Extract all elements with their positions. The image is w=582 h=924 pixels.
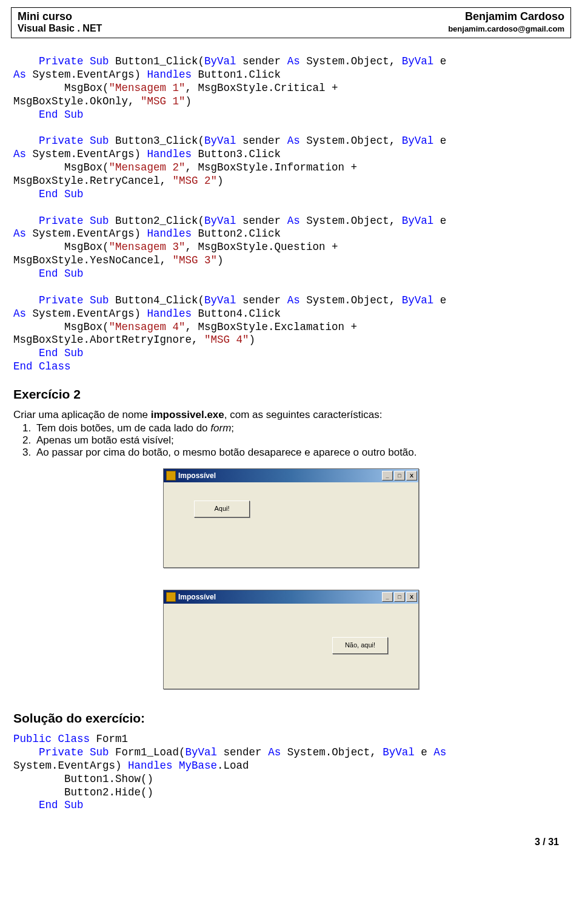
req-item-3: Ao passar por cima do botão, o mesmo bot… xyxy=(34,447,569,459)
nao-aqui-button[interactable]: Não, aqui! xyxy=(332,637,388,654)
req-item-2: Apenas um botão está visível; xyxy=(34,434,569,447)
header-subtitle-left: Visual Basic . NET xyxy=(18,23,102,34)
header-title-right: Benjamim Cardoso xyxy=(465,10,564,23)
screenshot-window-1: Impossível _ □ X Aqui! xyxy=(163,468,419,568)
exercise-requirements: Tem dois botões, um de cada lado do form… xyxy=(34,422,569,459)
code-listing-2: Public Class Form1 Private Sub Form1_Loa… xyxy=(13,733,569,812)
page-number: 3 / 31 xyxy=(11,837,571,848)
header-title-left: Mini curso xyxy=(18,10,72,23)
maximize-icon[interactable]: □ xyxy=(394,471,405,481)
maximize-icon[interactable]: □ xyxy=(394,592,405,602)
titlebar: Impossível _ □ X xyxy=(164,469,418,482)
client-area: Aqui! xyxy=(164,482,418,567)
screenshot-window-2: Impossível _ □ X Não, aqui! xyxy=(163,590,419,689)
solution-heading: Solução do exercício: xyxy=(13,711,569,726)
titlebar: Impossível _ □ X xyxy=(164,590,418,604)
req-item-1: Tem dois botões, um de cada lado do form… xyxy=(34,422,569,434)
client-area: Não, aqui! xyxy=(164,604,418,689)
app-icon xyxy=(166,592,176,602)
code-listing-1: Private Sub Button1_Click(ByVal sender A… xyxy=(13,55,569,374)
document-header: Mini curso Benjamim Cardoso Visual Basic… xyxy=(11,7,571,38)
window-title: Impossível xyxy=(178,471,216,480)
header-subtitle-right: benjamim.cardoso@gmail.com xyxy=(448,24,564,33)
close-icon[interactable]: X xyxy=(406,592,417,602)
window-title: Impossível xyxy=(178,593,216,601)
app-icon xyxy=(166,471,176,481)
exercise-heading: Exercício 2 xyxy=(13,387,569,402)
exercise-intro: Criar uma aplicação de nome impossivel.e… xyxy=(13,409,569,421)
close-icon[interactable]: X xyxy=(406,471,417,481)
aqui-button[interactable]: Aqui! xyxy=(194,501,250,518)
minimize-icon[interactable]: _ xyxy=(382,592,393,602)
minimize-icon[interactable]: _ xyxy=(382,471,393,481)
